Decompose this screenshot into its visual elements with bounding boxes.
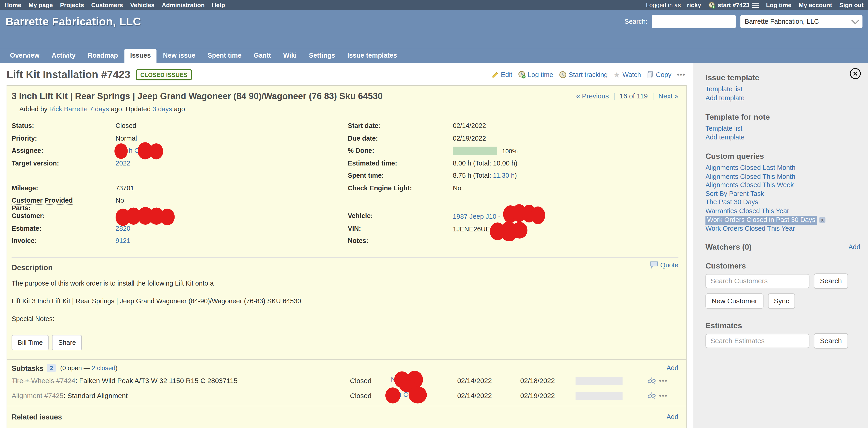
watch-button[interactable]: ★ Watch: [613, 71, 641, 79]
subtask-status: Closed: [350, 392, 390, 400]
menu-help[interactable]: Help: [212, 2, 225, 8]
list-icon[interactable]: [752, 2, 759, 8]
query-sort-by-parent-task[interactable]: Sort By Parent Task: [706, 190, 860, 198]
sync-button[interactable]: Sync: [768, 293, 796, 308]
add-related-issue-link[interactable]: Add: [666, 413, 678, 421]
log-time-button[interactable]: Log time: [518, 71, 553, 79]
template-list-link[interactable]: Template list: [706, 85, 860, 94]
top-menu-right: Logged in as ricky start #7423 Log time …: [646, 1, 864, 8]
quote-link[interactable]: Quote: [660, 261, 679, 269]
related-issues-section: Related issues Add: [7, 405, 686, 428]
start-date-label: Start date:: [348, 122, 453, 130]
tab-overview[interactable]: Overview: [4, 48, 45, 63]
subtask-more-button[interactable]: •••: [659, 392, 668, 400]
progress-percent: 100%: [502, 147, 518, 154]
more-actions-button[interactable]: •••: [677, 71, 685, 79]
spent-total-link[interactable]: 11.30 h: [493, 171, 515, 179]
subtask-row: Alignment #7425: Standard Alignment Clos…: [11, 389, 678, 402]
start-tracking-button[interactable]: Start tracking: [559, 71, 608, 79]
customer-provided-parts-label: Customer Provided Parts:: [11, 196, 115, 212]
quote-icon: [650, 261, 658, 268]
search-estimates-input[interactable]: [706, 334, 809, 348]
current-user-link[interactable]: ricky: [687, 2, 701, 8]
vehicle-link[interactable]: 1987 Jeep J10 -: [453, 213, 500, 221]
log-time-link[interactable]: Log time: [766, 2, 791, 8]
author-link[interactable]: Rick Barrette: [49, 105, 88, 113]
subtask-link[interactable]: Alignment #7425: [11, 392, 63, 400]
add-subtask-link[interactable]: Add: [666, 364, 678, 372]
description-paragraph-2: Lift Kit:3 Inch Lift Kit | Rear Springs …: [11, 297, 678, 305]
menu-customers[interactable]: Customers: [91, 2, 123, 8]
search-estimates-button[interactable]: Search: [814, 333, 848, 348]
share-button[interactable]: Share: [52, 335, 82, 350]
top-menu-bar: Home My page Projects Customers Vehicles…: [0, 0, 868, 10]
note-template-list-link[interactable]: Template list: [706, 124, 860, 133]
note-add-template-link[interactable]: Add template: [706, 133, 860, 142]
tab-spent-time[interactable]: Spent time: [202, 48, 247, 63]
tab-new-issue[interactable]: New issue: [157, 48, 201, 63]
menu-administration[interactable]: Administration: [162, 2, 205, 8]
bill-time-button[interactable]: Bill Time: [11, 335, 49, 350]
query-work-orders-closed-past-30-days-selected[interactable]: Work Orders Closed in Past 30 Days: [706, 216, 817, 225]
edit-button[interactable]: Edit: [491, 71, 512, 79]
my-account-link[interactable]: My account: [799, 2, 832, 8]
clock-plus-icon[interactable]: [708, 1, 715, 8]
unlink-icon[interactable]: [647, 392, 656, 400]
tab-issues[interactable]: Issues: [125, 48, 156, 63]
add-template-link[interactable]: Add template: [706, 94, 860, 102]
next-issue-link[interactable]: Next »: [658, 92, 679, 100]
subtask-more-button[interactable]: •••: [659, 377, 668, 385]
estimates-heading: Estimates: [706, 321, 860, 330]
remove-query-icon[interactable]: x: [819, 217, 825, 223]
estimated-time-label: Estimated time:: [348, 159, 453, 167]
subtask-due-date: 02/19/2022: [520, 392, 576, 400]
search-customers-input[interactable]: [706, 274, 809, 288]
unlink-icon[interactable]: [647, 377, 656, 385]
due-date-label: Due date:: [348, 134, 453, 142]
tab-issue-templates[interactable]: Issue templates: [342, 48, 402, 63]
subtask-assignee-redaction: N: [390, 376, 429, 386]
sign-out-link[interactable]: Sign out: [839, 2, 864, 8]
menu-vehicles[interactable]: Vehicles: [130, 2, 154, 8]
mileage-label: Mileage:: [11, 184, 115, 192]
page-title: Lift Kit Installation #7423: [7, 69, 130, 81]
new-customer-button[interactable]: New Customer: [706, 293, 763, 308]
query-the-past-30-days[interactable]: The Past 30 Days: [706, 198, 860, 207]
tab-wiki[interactable]: Wiki: [278, 48, 302, 63]
start-tracking-issue-link[interactable]: start #7423: [718, 2, 749, 8]
invoice-link[interactable]: 9121: [116, 237, 130, 245]
query-work-orders-closed-this-year[interactable]: Work Orders Closed This Year: [706, 225, 860, 233]
project-tabs: Overview Activity Roadmap Issues New iss…: [0, 49, 868, 63]
previous-issue-link[interactable]: « Previous: [576, 92, 609, 100]
copy-button[interactable]: Copy: [647, 71, 671, 79]
query-alignments-closed-this-week[interactable]: Alignments Closed This Week: [706, 181, 860, 190]
updated-ago-link[interactable]: 3 days: [152, 105, 172, 113]
query-alignments-closed-last-month[interactable]: Alignments Closed Last Month: [706, 164, 860, 172]
check-engine-light-value: No: [453, 184, 679, 192]
tab-activity[interactable]: Activity: [46, 48, 81, 63]
menu-projects[interactable]: Projects: [60, 2, 84, 8]
vin-redaction: [490, 225, 531, 234]
subtasks-count-badge: 2: [47, 364, 56, 372]
closed-subtasks-link[interactable]: 2 closed: [92, 365, 115, 371]
add-watcher-link[interactable]: Add: [848, 243, 860, 251]
menu-home[interactable]: Home: [4, 2, 21, 8]
subtask-link[interactable]: Tire + Wheels #7424: [11, 377, 75, 385]
pencil-icon: [491, 71, 498, 78]
tab-roadmap[interactable]: Roadmap: [82, 48, 123, 63]
query-warranties-closed-this-year[interactable]: Warranties Closed This Year: [706, 207, 860, 215]
menu-my-page[interactable]: My page: [29, 2, 53, 8]
query-alignments-closed-this-month[interactable]: Alignments Closed This Month: [706, 172, 860, 181]
search-input[interactable]: [652, 15, 736, 28]
spent-time-label: Spent time:: [348, 171, 453, 179]
issue-card: « Previous | 16 of 119 | Next » 3 Inch L…: [7, 85, 687, 428]
customer-label: Customer:: [11, 212, 115, 220]
star-icon: ★: [613, 71, 620, 79]
added-ago-link[interactable]: 7 days: [89, 105, 109, 113]
tab-gantt[interactable]: Gantt: [248, 48, 277, 63]
search-customers-button[interactable]: Search: [814, 273, 848, 289]
target-version-link[interactable]: 2022: [116, 159, 130, 167]
project-selector[interactable]: Barrette Fabrication, LLC: [740, 15, 863, 28]
close-icon[interactable]: [849, 67, 861, 80]
tab-settings[interactable]: Settings: [304, 48, 341, 63]
